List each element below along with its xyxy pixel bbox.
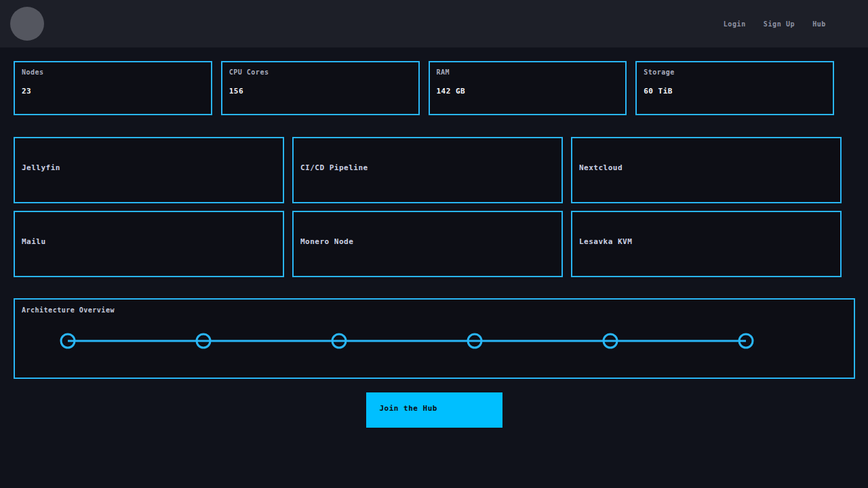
main-content: Nodes 23 CPU Cores 156 RAM 142 GB Storag… bbox=[0, 61, 868, 428]
stat-label: CPU Cores bbox=[229, 68, 412, 76]
service-card-nextcloud[interactable]: Nextcloud bbox=[571, 137, 842, 203]
stat-label: RAM bbox=[437, 68, 619, 76]
nav-link-hub[interactable]: Hub bbox=[812, 20, 826, 28]
service-name: Lesavka KVM bbox=[579, 237, 833, 246]
service-name: Mailu bbox=[22, 237, 276, 246]
service-card-jellyfin[interactable]: Jellyfin bbox=[14, 137, 284, 203]
stat-card-cpu-cores: CPU Cores 156 bbox=[221, 61, 420, 115]
service-card-mailu[interactable]: Mailu bbox=[14, 211, 284, 277]
stat-card-nodes: Nodes 23 bbox=[14, 61, 212, 115]
logo-avatar[interactable] bbox=[10, 7, 44, 41]
architecture-card: Architecture Overview bbox=[14, 298, 855, 379]
service-card-lesavka-kvm[interactable]: Lesavka KVM bbox=[571, 211, 842, 277]
service-name: Nextcloud bbox=[579, 163, 833, 172]
service-card-monero-node[interactable]: Monero Node bbox=[292, 211, 563, 277]
stat-value: 156 bbox=[229, 87, 412, 96]
stat-value: 60 TiB bbox=[644, 87, 826, 96]
service-name: CI/CD Pipeline bbox=[300, 163, 555, 172]
nav-link-login[interactable]: Login bbox=[724, 20, 746, 28]
architecture-diagram bbox=[22, 314, 847, 361]
service-card-cicd-pipeline[interactable]: CI/CD Pipeline bbox=[292, 137, 563, 203]
service-name: Jellyfin bbox=[22, 163, 276, 172]
stat-value: 23 bbox=[22, 87, 204, 96]
service-name: Monero Node bbox=[300, 237, 555, 246]
stat-label: Nodes bbox=[22, 68, 204, 76]
stats-row: Nodes 23 CPU Cores 156 RAM 142 GB Storag… bbox=[14, 61, 834, 115]
stat-value: 142 GB bbox=[437, 87, 619, 96]
stat-card-ram: RAM 142 GB bbox=[429, 61, 627, 115]
navbar: Login Sign Up Hub bbox=[0, 0, 868, 47]
architecture-title: Architecture Overview bbox=[22, 306, 854, 314]
nav-links: Login Sign Up Hub bbox=[706, 20, 826, 28]
stat-label: Storage bbox=[644, 68, 826, 76]
join-hub-button[interactable]: Join the Hub bbox=[366, 392, 502, 428]
services-grid: Jellyfin CI/CD Pipeline Nextcloud Mailu … bbox=[14, 137, 842, 277]
stat-card-storage: Storage 60 TiB bbox=[635, 61, 834, 115]
nav-link-signup[interactable]: Sign Up bbox=[764, 20, 795, 28]
